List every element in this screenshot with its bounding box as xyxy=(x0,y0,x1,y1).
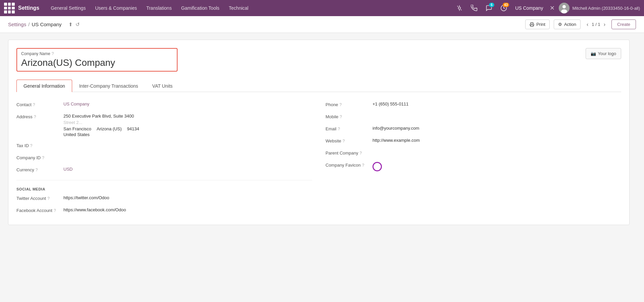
email-help[interactable]: ? xyxy=(338,127,340,131)
nav-translations[interactable]: Translations xyxy=(142,0,177,16)
tax-id-row: Tax ID ? xyxy=(16,140,312,152)
currency-value: USD xyxy=(63,167,312,172)
tax-id-help[interactable]: ? xyxy=(30,143,33,148)
twitter-label: Twitter Account ? xyxy=(16,195,63,201)
user-name[interactable]: Mitchell Admin (20333450-16-0-all) xyxy=(572,6,640,11)
toolbar: Print ⚙ Action ‹ 1 / 1 › Create xyxy=(525,19,636,29)
phone-icon-btn[interactable] xyxy=(468,2,480,14)
contact-link[interactable]: US Company xyxy=(63,101,89,106)
parent-company-row: Parent Company ? xyxy=(326,147,621,159)
tax-id-input[interactable] xyxy=(63,142,312,147)
company-name-field: Company Name ? xyxy=(16,48,178,72)
contact-row: Contact ? US Company xyxy=(16,99,312,111)
print-button[interactable]: Print xyxy=(525,19,550,29)
nav-users-companies[interactable]: Users & Companies xyxy=(90,0,142,16)
parent-company-input[interactable] xyxy=(373,150,621,155)
top-navigation: Settings General Settings Users & Compan… xyxy=(0,0,644,16)
action-label: Action xyxy=(564,22,576,27)
facebook-label: Facebook Account ? xyxy=(16,207,63,213)
phone-help[interactable]: ? xyxy=(340,102,342,107)
logo-button[interactable]: 📷 Your logo xyxy=(586,48,621,59)
company-name: US Company xyxy=(515,5,543,11)
tab-inter-company[interactable]: Inter-Company Transactions xyxy=(72,80,145,92)
breadcrumb-icons: ⬆ ↺ xyxy=(68,21,80,28)
currency-help[interactable]: ? xyxy=(36,168,38,172)
favicon-circle[interactable] xyxy=(373,162,382,171)
breadcrumb-settings[interactable]: Settings xyxy=(8,21,26,27)
address-label: Address ? xyxy=(16,114,63,119)
twitter-row: Twitter Account ? https://twitter.com/Od… xyxy=(16,192,312,205)
company-id-label: Company ID ? xyxy=(16,155,63,160)
address-zip: 94134 xyxy=(127,126,139,131)
company-id-help[interactable]: ? xyxy=(42,156,44,160)
nav-gamification-tools[interactable]: Gamification Tools xyxy=(177,0,224,16)
website-help[interactable]: ? xyxy=(343,139,345,143)
phone-row: Phone ? +1 (650) 555-0111 xyxy=(326,99,621,111)
close-icon[interactable]: ✕ xyxy=(548,4,556,12)
tax-id-value xyxy=(63,142,312,147)
address-help[interactable]: ? xyxy=(34,115,36,119)
company-id-input[interactable] xyxy=(63,155,312,160)
company-favicon-row: Company Favicon ? xyxy=(326,159,621,175)
breadcrumb: Settings / US Company xyxy=(8,21,62,27)
nav-links: General Settings Users & Companies Trans… xyxy=(46,0,452,16)
address-street2[interactable]: Street 2... xyxy=(63,120,312,125)
website-label: Website ? xyxy=(326,138,373,143)
clock-badge: 43 xyxy=(503,3,509,7)
svg-point-0 xyxy=(458,7,461,9)
svg-point-7 xyxy=(562,5,566,8)
email-row: Email ? info@yourcompany.com xyxy=(326,123,621,135)
twitter-url: https://twitter.com/Odoo xyxy=(63,195,109,200)
refresh-icon[interactable]: ↺ xyxy=(76,21,80,28)
company-favicon-help[interactable]: ? xyxy=(362,163,364,168)
form-container: Company Name ? 📷 Your logo General Infor… xyxy=(8,40,630,225)
currency-link[interactable]: USD xyxy=(63,167,72,172)
company-name-input[interactable] xyxy=(21,57,173,68)
prev-page[interactable]: ‹ xyxy=(585,20,590,29)
chat-icon-btn[interactable]: 6 xyxy=(483,2,495,14)
nav-technical[interactable]: Technical xyxy=(224,0,253,16)
company-selector[interactable]: US Company xyxy=(512,5,546,11)
mobile-value xyxy=(373,114,621,119)
social-media-title: SOCIAL MEDIA xyxy=(16,184,312,192)
facebook-help[interactable]: ? xyxy=(54,208,56,213)
facebook-url: https://www.facebook.com/Odoo xyxy=(63,207,126,212)
logo-btn-label: Your logo xyxy=(598,51,616,56)
app-brand[interactable]: Settings xyxy=(18,5,39,11)
facebook-row: Facebook Account ? https://www.facebook.… xyxy=(16,205,312,217)
address-city: San Francisco xyxy=(63,126,91,131)
company-favicon-label: Company Favicon ? xyxy=(326,162,373,168)
email-address: info@yourcompany.com xyxy=(373,126,419,131)
form-right: Phone ? +1 (650) 555-0111 Mobile ? xyxy=(326,99,621,217)
website-url: http://www.example.com xyxy=(373,138,420,143)
company-name-section: Company Name ? 📷 Your logo xyxy=(16,48,621,72)
mobile-input[interactable] xyxy=(373,114,621,119)
parent-company-help[interactable]: ? xyxy=(360,151,362,156)
contact-value: US Company xyxy=(63,101,312,106)
mobile-help[interactable]: ? xyxy=(340,115,342,119)
phone-number: +1 (650) 555-0111 xyxy=(373,101,408,106)
contact-help[interactable]: ? xyxy=(33,102,35,107)
svg-line-4 xyxy=(461,9,461,10)
action-button[interactable]: ⚙ Action xyxy=(554,19,581,29)
tab-vat-units[interactable]: VAT Units xyxy=(145,80,180,92)
app-menu-icon[interactable] xyxy=(4,3,15,13)
company-name-help[interactable]: ? xyxy=(52,51,54,56)
camera-icon: 📷 xyxy=(591,51,596,56)
avatar[interactable] xyxy=(559,3,569,13)
print-icon xyxy=(530,22,534,27)
email-value: info@yourcompany.com xyxy=(373,126,621,131)
bug-icon-btn[interactable] xyxy=(453,2,465,14)
parent-company-value xyxy=(373,150,621,155)
create-button[interactable]: Create xyxy=(611,19,636,29)
tab-general-info[interactable]: General Information xyxy=(16,80,72,92)
main-content: Company Name ? 📷 Your logo General Infor… xyxy=(0,33,638,232)
page-info: 1 / 1 xyxy=(592,22,600,27)
twitter-help[interactable]: ? xyxy=(47,196,50,201)
website-value: http://www.example.com xyxy=(373,138,621,143)
nav-general-settings[interactable]: General Settings xyxy=(46,0,90,16)
clock-icon-btn[interactable]: 43 xyxy=(498,2,510,14)
upload-icon[interactable]: ⬆ xyxy=(68,21,73,28)
print-label: Print xyxy=(536,22,545,27)
next-page[interactable]: › xyxy=(602,20,607,29)
